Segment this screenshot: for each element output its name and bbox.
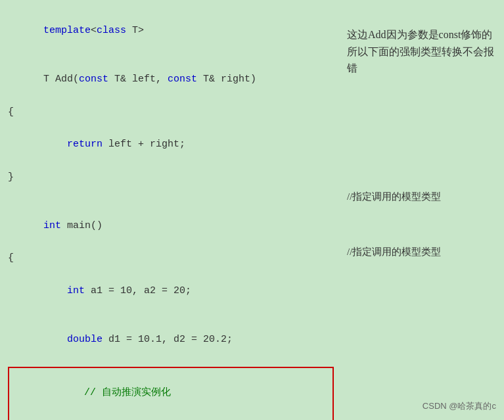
code-line-4: return left + right; [8, 120, 334, 169]
keyword-const2: const [168, 74, 197, 85]
keyword-const1: const [79, 74, 108, 85]
keyword-class: class [97, 25, 126, 36]
code-line-5: } [8, 170, 334, 186]
code-line-11: // 自动推演实例化 [13, 369, 329, 418]
param2: T& right) [197, 74, 256, 85]
comment-auto: // 自动推演实例化 [60, 387, 171, 398]
annotation-mid-text: //指定调用的模型类型 [347, 189, 499, 204]
annotation-line2: 所以下面的强制类型转换不会报错 [347, 43, 499, 77]
keyword-double: double [67, 334, 103, 345]
code-line-3: { [8, 105, 334, 121]
template-param: T> [126, 25, 144, 36]
code-line-8: { [8, 250, 334, 267]
code-line-6 [8, 185, 334, 202]
annotation-bottom: //指定调用的模型类型 [347, 244, 499, 260]
annotation-panel: 这边Add因为参数是const修饰的 所以下面的强制类型转换不会报错 //指定调… [342, 0, 504, 420]
code-line-2: T Add(const T& left, const T& right) [8, 55, 334, 104]
code-line-1: template<class T> [8, 7, 334, 55]
keyword-int: int [67, 285, 85, 296]
keyword-template: template [43, 25, 91, 36]
code-line-10: double d1 = 10.1, d2 = 20.2; [8, 315, 334, 364]
annotation-mid: //指定调用的模型类型 [347, 189, 499, 204]
code-line-7: int main() [8, 202, 334, 250]
annotation-line1: 这边Add因为参数是const修饰的 [347, 26, 499, 43]
code-panel: template<class T> T Add(const T& left, c… [0, 0, 342, 420]
annotation-bottom-text: //指定调用的模型类型 [347, 244, 499, 260]
keyword-int-main: int [43, 220, 61, 231]
template-bracket: < [91, 25, 97, 36]
return-type: T Add( [43, 74, 79, 85]
code-line-9: int a1 = 10, a2 = 20; [8, 267, 334, 315]
annotation-top: 这边Add因为参数是const修饰的 所以下面的强制类型转换不会报错 [347, 26, 499, 77]
csdn-watermark: CSDN @哈茶真的c [423, 400, 496, 412]
red-box-auto: // 自动推演实例化 cout << Add(a1, a2) << endl; … [8, 367, 334, 421]
keyword-return: return [67, 139, 103, 150]
main-container: template<class T> T Add(const T& left, c… [0, 0, 504, 420]
param1: T& left, [108, 74, 168, 85]
